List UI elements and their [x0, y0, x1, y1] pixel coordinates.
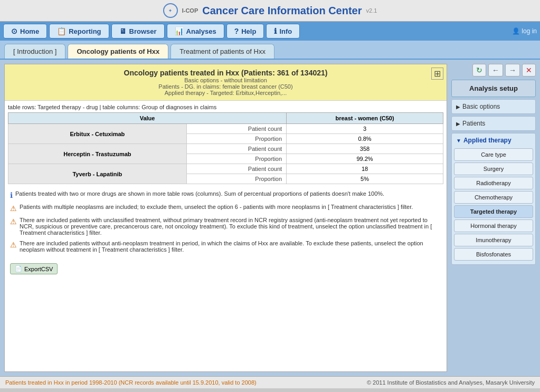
close-button[interactable]: ✕ [522, 64, 536, 77]
patient-count-label: Patient count [186, 164, 286, 174]
proportion-value: 5% [287, 174, 443, 184]
right-toolbar: ↻ ← → ✕ [451, 64, 536, 77]
reporting-label: Reporting [69, 27, 101, 35]
proportion-label: Proportion [186, 134, 286, 144]
applied-therapy-label: Applied therapy [463, 137, 511, 144]
note-row: ⚠Patients with multiple neoplasms are in… [10, 204, 441, 213]
browser-label: Browser [129, 27, 157, 35]
therapy-item-bisfosfonates[interactable]: Bisfosfonates [454, 248, 533, 261]
warning-icon: ⚠ [10, 204, 17, 213]
chart-subtitle2: Patients - DG. in claims: female breast … [11, 83, 440, 90]
footer: Patients treated in Hxx in period 1998-2… [0, 376, 540, 388]
chart-subtitle3: Applied therapy - Targeted: Erbitux,Herc… [11, 90, 440, 96]
patients-arrow: ▶ [456, 121, 460, 127]
therapy-item-targeted-therapy[interactable]: Targeted therapy [454, 205, 533, 218]
note-text: There are included patients with unclass… [20, 217, 441, 236]
tabs-row: [ Introduction ] Oncology patients of Hx… [0, 41, 540, 60]
therapy-item-imunotherapy[interactable]: Imunotherapy [454, 234, 533, 246]
footer-right: © 2011 Institute of Biostatistics and An… [367, 379, 535, 386]
tab-introduction[interactable]: [ Introduction ] [4, 44, 65, 59]
refresh-button[interactable]: ↻ [472, 64, 486, 77]
export-area: 📄 ExportCSV [5, 260, 447, 278]
app-version: v2.1 [366, 7, 377, 14]
export-label: ExportCSV [24, 266, 53, 272]
table-row: Erbitux - Cetuximab Patient count 3 [8, 124, 443, 134]
therapy-item-chemotherapy[interactable]: Chemotherapy [454, 191, 533, 204]
table-header-value: Value [8, 113, 287, 124]
analysis-setup-button[interactable]: Analysis setup [451, 80, 536, 97]
logo-text: I-COP [182, 7, 198, 14]
note-text: Patients treated with two or more drugs … [15, 190, 384, 197]
sidebar-section-header-basic-options[interactable]: ▶ Basic options [452, 100, 535, 113]
proportion-value: 0.8% [287, 134, 443, 144]
chart-header: Oncology patients treated in Hxx (Patien… [5, 64, 447, 101]
basic-options-label: Basic options [462, 103, 500, 110]
home-icon: ⊙ [11, 27, 17, 35]
sidebar-section-applied-therapy: ▼ Applied therapy Care typeSurgeryRadiot… [451, 133, 536, 265]
info-button[interactable]: ℹ Info [266, 24, 300, 39]
notes-area: ℹPatients treated with two or more drugs… [5, 187, 447, 260]
note-text: There are included patients without anti… [20, 240, 441, 253]
info-icon: ℹ [274, 27, 277, 35]
browser-icon: 🖥 [119, 27, 127, 35]
reporting-button[interactable]: 📋 Reporting [49, 24, 109, 39]
drug-label: Herceptin - Trastuzumab [8, 144, 187, 164]
table-header-diagnosis: breast - women (C50) [287, 113, 443, 124]
login-button[interactable]: 👤 log in [512, 27, 537, 35]
tab-oncology-patients[interactable]: Oncology patients of Hxx [68, 44, 168, 59]
note-row: ⚠There are included patients with unclas… [10, 217, 441, 236]
drug-label: Tyverb - Lapatinib [8, 164, 187, 184]
help-icon: ? [234, 27, 239, 35]
table-description: table rows: Targeted therapy - drug | ta… [8, 104, 443, 110]
back-button[interactable]: ← [488, 64, 503, 77]
tab-treatment-patients[interactable]: Treatment of patients of Hxx [170, 44, 274, 59]
sidebar-section-header-patients[interactable]: ▶ Patients [452, 117, 535, 130]
home-label: Home [20, 27, 39, 35]
note-row: ℹPatients treated with two or more drugs… [10, 190, 441, 199]
forward-button[interactable]: → [505, 64, 520, 77]
therapy-item-radiotherapy[interactable]: Radiotherapy [454, 177, 533, 189]
table-row: Tyverb - Lapatinib Patient count 18 [8, 164, 443, 174]
therapy-item-hormonal-therapy[interactable]: Hormonal therapy [454, 219, 533, 232]
warning-icon: ⚠ [10, 217, 17, 226]
applied-therapy-arrow: ▼ [456, 138, 461, 144]
main-content: Oncology patients treated in Hxx (Patien… [0, 60, 540, 376]
export-csv-button[interactable]: 📄 ExportCSV [10, 263, 58, 274]
login-icon: 👤 [512, 27, 520, 35]
analyses-label: Analyses [186, 27, 216, 35]
drug-label: Erbitux - Cetuximab [8, 124, 187, 144]
therapy-item-care-type[interactable]: Care type [454, 148, 533, 161]
patients-label: Patients [462, 120, 485, 127]
sidebar-section-basic-options: ▶ Basic options [451, 99, 536, 114]
home-button[interactable]: ⊙ Home [3, 24, 47, 39]
navbar: ⊙ Home 📋 Reporting 🖥 Browser 📊 Analyses … [0, 22, 540, 41]
login-label: log in [522, 27, 537, 35]
info-label: Info [279, 27, 292, 35]
chart-title: Oncology patients treated in Hxx (Patien… [11, 69, 440, 77]
patient-count-value: 358 [287, 144, 443, 154]
info-icon: ℹ [10, 191, 13, 199]
help-label: Help [241, 27, 256, 35]
basic-options-arrow: ▶ [456, 104, 460, 110]
app-header: ✦ I-COP Cancer Care Information Center v… [0, 0, 540, 22]
patient-count-label: Patient count [186, 144, 286, 154]
patient-count-value: 3 [287, 124, 443, 134]
csv-icon: 📄 [15, 265, 22, 272]
sidebar-section-patients: ▶ Patients [451, 116, 536, 131]
patient-count-value: 18 [287, 164, 443, 174]
analyses-button[interactable]: 📊 Analyses [167, 24, 224, 39]
help-button[interactable]: ? Help [226, 24, 264, 39]
proportion-label: Proportion [186, 154, 286, 164]
table-row: Herceptin - Trastuzumab Patient count 35… [8, 144, 443, 154]
patient-count-label: Patient count [186, 124, 286, 134]
warning-icon: ⚠ [10, 241, 17, 249]
note-row: ⚠There are included patients without ant… [10, 240, 441, 253]
chart-subtitle1: Basic options - without limitation [11, 77, 440, 83]
therapy-item-surgery[interactable]: Surgery [454, 162, 533, 175]
note-text: Patients with multiple neoplasms are inc… [20, 204, 413, 210]
maximize-button[interactable]: ⊞ [431, 68, 443, 80]
logo-icon: ✦ [163, 3, 178, 18]
browser-button[interactable]: 🖥 Browser [111, 24, 165, 39]
proportion-value: 99.2% [287, 154, 443, 164]
sidebar-section-header-applied-therapy[interactable]: ▼ Applied therapy [452, 133, 535, 147]
